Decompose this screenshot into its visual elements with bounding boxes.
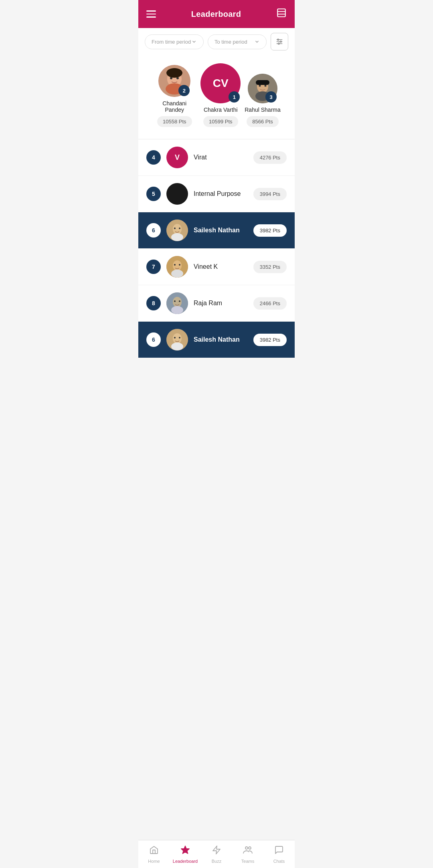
to-time-period-select[interactable]: To time period	[208, 34, 267, 49]
rank-number: 5	[146, 187, 161, 201]
user-name: Virat	[194, 154, 248, 161]
svg-rect-0	[277, 9, 285, 17]
user-name: Internal Purpose	[194, 190, 248, 197]
rank2-badge: 2	[178, 85, 190, 96]
nav-buzz[interactable]: Buzz	[201, 840, 232, 868]
user-avatar	[166, 183, 188, 205]
svg-marker-41	[181, 846, 189, 854]
menu-icon[interactable]	[146, 10, 156, 18]
user-avatar	[166, 329, 188, 350]
rank-number: 7	[146, 260, 161, 274]
nav-leaderboard[interactable]: Leaderboard	[170, 840, 201, 868]
user-pts: 4276 Pts	[253, 151, 287, 164]
svg-point-25	[179, 228, 180, 229]
chats-icon	[274, 845, 284, 857]
list-item[interactable]: 8 Raja Ram 2466 Pts	[138, 285, 295, 322]
svg-point-32	[173, 297, 182, 307]
nav-leaderboard-label: Leaderboard	[173, 859, 198, 864]
svg-point-40	[179, 337, 180, 338]
nav-teams[interactable]: Teams	[232, 840, 263, 868]
user-name: Sailesh Nathan	[194, 227, 248, 234]
user-pts: 3982 Pts	[253, 224, 287, 237]
user-pts: 3994 Pts	[253, 188, 287, 200]
svg-point-22	[173, 224, 182, 234]
bottom-navigation: Home Leaderboard Buzz Teams	[138, 840, 295, 868]
user-name: Vineet K	[194, 263, 248, 270]
home-icon	[149, 845, 159, 857]
svg-point-29	[174, 264, 176, 266]
svg-point-30	[179, 264, 180, 266]
rank-number: 6	[146, 332, 161, 347]
user-name: Raja Ram	[194, 300, 248, 307]
buzz-icon	[212, 845, 221, 857]
svg-point-44	[249, 847, 251, 849]
user-name: Sailesh Nathan	[194, 336, 248, 343]
list-item[interactable]: 5 Internal Purpose 3994 Pts	[138, 176, 295, 212]
svg-point-35	[179, 300, 180, 302]
list-item[interactable]: 7 Vineet K 3352 Pts	[138, 249, 295, 285]
svg-rect-20	[256, 80, 269, 85]
user-pts: 3352 Pts	[253, 261, 287, 273]
rank3-pts: 8566 Pts	[247, 116, 278, 127]
rank2-pts: 10558 Pts	[157, 116, 192, 127]
podium-rank3: 3 Rahul Sharma 8566 Pts	[245, 74, 281, 127]
rank1-avatar-wrapper: CV 1	[200, 63, 241, 103]
rank3-name: Rahul Sharma	[245, 107, 281, 113]
rank3-badge: 3	[265, 91, 277, 103]
svg-point-6	[277, 39, 279, 40]
svg-point-23	[171, 233, 183, 241]
nav-chats-label: Chats	[273, 859, 285, 864]
rank-number: 8	[146, 296, 161, 310]
rank1-pts: 10599 Pts	[203, 116, 238, 127]
list-item-highlighted-bottom[interactable]: 6 Sailesh Nathan 3982 Pts	[138, 322, 295, 358]
rank2-name: Chandani Pandey	[152, 100, 196, 113]
svg-point-39	[174, 337, 176, 338]
user-avatar	[166, 256, 188, 278]
rank1-name: Chakra Varthi	[204, 107, 238, 113]
leaderboard-icon	[180, 845, 190, 857]
svg-point-34	[174, 300, 176, 302]
rank-number: 4	[146, 150, 161, 165]
svg-point-14	[166, 68, 182, 78]
podium-rank1: CV 1 Chakra Varthi 10599 Pts	[200, 63, 241, 127]
svg-point-8	[278, 43, 279, 44]
user-avatar: V	[166, 147, 188, 168]
page-title: Leaderboard	[191, 10, 241, 19]
nav-home[interactable]: Home	[138, 840, 170, 868]
nav-chats[interactable]: Chats	[263, 840, 295, 868]
rank1-badge: 1	[229, 91, 240, 103]
filter-settings-button[interactable]	[271, 33, 288, 50]
svg-point-43	[245, 847, 248, 849]
podium-rank2: 2 Chandani Pandey 10558 Pts	[152, 65, 196, 127]
svg-point-7	[280, 41, 281, 42]
svg-point-37	[173, 333, 182, 344]
list-item[interactable]: 4 V Virat 4276 Pts	[138, 139, 295, 176]
from-time-period-select[interactable]: From time period	[145, 34, 204, 49]
top3-podium: 2 Chandani Pandey 10558 Pts CV 1 Chakra …	[138, 55, 295, 139]
rank3-avatar-wrapper: 3	[248, 74, 277, 103]
book-icon[interactable]	[276, 8, 287, 20]
svg-point-18	[259, 85, 261, 87]
svg-point-19	[265, 85, 267, 87]
filter-bar: From time period To time period	[138, 28, 295, 55]
svg-point-28	[171, 270, 183, 278]
app-header: Leaderboard	[138, 0, 295, 28]
svg-point-38	[171, 342, 183, 350]
nav-teams-label: Teams	[241, 859, 254, 864]
teams-icon	[243, 845, 253, 857]
rank2-avatar-wrapper: 2	[158, 65, 190, 97]
svg-marker-42	[213, 846, 220, 854]
svg-point-33	[171, 306, 183, 314]
user-avatar	[166, 220, 188, 241]
user-pts: 3982 Pts	[253, 334, 287, 346]
rank-number: 6	[146, 223, 161, 238]
leaderboard-list: 4 V Virat 4276 Pts 5 Internal Purpose 39…	[138, 139, 295, 358]
nav-home-label: Home	[148, 859, 160, 864]
user-avatar	[166, 292, 188, 314]
list-item-highlighted[interactable]: 6 Sailesh Nathan 3982 Pts	[138, 212, 295, 249]
svg-point-24	[174, 228, 176, 229]
svg-point-27	[173, 260, 182, 271]
user-pts: 2466 Pts	[253, 297, 287, 310]
nav-buzz-label: Buzz	[212, 859, 221, 864]
